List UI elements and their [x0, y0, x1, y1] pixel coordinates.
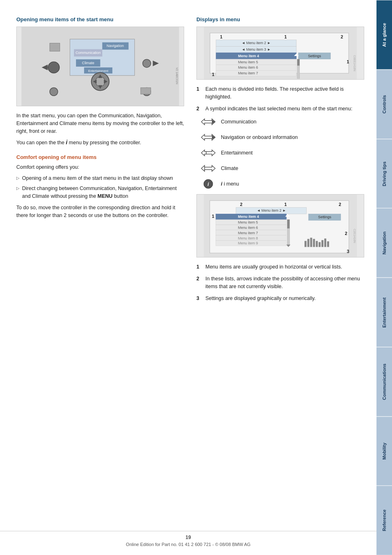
- sidebar: At a glance Controls Driving tips Naviga…: [376, 0, 392, 555]
- sidebar-tab-controls[interactable]: Controls: [376, 69, 392, 139]
- svg-point-17: [143, 59, 151, 67]
- climate-icon: [200, 163, 216, 174]
- sidebar-tab-reference[interactable]: Reference: [376, 486, 392, 555]
- sidebar-tab-at-a-glance[interactable]: At a glance: [376, 0, 392, 69]
- body-text-2: You can open the the i menu by pressing …: [16, 138, 184, 147]
- svg-text:V2 1ABC01N: V2 1ABC01N: [176, 67, 178, 84]
- right-column: Displays in menu 1 1 2 ◄ Menu item 2 ►: [196, 16, 364, 306]
- svg-text:Menu item 6: Menu item 6: [238, 226, 258, 230]
- svg-marker-54: [201, 150, 215, 156]
- symbol-item-communication: Communication: [200, 116, 364, 127]
- symbol-item-climate: Climate: [200, 163, 364, 174]
- svg-text:Menu item 8: Menu item 8: [238, 236, 258, 240]
- svg-text:C0EE1H16N: C0EE1H16N: [353, 55, 356, 71]
- svg-text:1: 1: [212, 214, 214, 219]
- symbol-item-entertainment: Entertainment: [200, 148, 364, 158]
- menu-display-diagram-1: 1 1 2 ◄ Menu item 2 ► ◄ Menu item 3 ► Me…: [196, 27, 364, 80]
- svg-text:2: 2: [339, 202, 341, 207]
- svg-text:Menu item 5: Menu item 5: [238, 220, 258, 224]
- communication-icon: [200, 116, 216, 127]
- svg-rect-87: [310, 238, 312, 247]
- two-column-layout: Opening menu items of the start menu Com…: [16, 16, 364, 306]
- symbol-item-imenu: i i i menu: [200, 179, 364, 189]
- svg-text:1: 1: [284, 202, 287, 207]
- svg-text:1: 1: [220, 34, 223, 39]
- body-text-3: To do so, move the controller in the cor…: [16, 204, 184, 219]
- bullet-list: ▷ Opening of a menu item of the start me…: [16, 175, 184, 200]
- numbered-item-5: 3 Settings are displayed graphically or …: [196, 295, 364, 302]
- comfort-intro: Comfort opening offers you:: [16, 163, 184, 171]
- bullet-item-2: ▷ Direct changing between Communication,…: [16, 185, 184, 200]
- svg-text:2: 2: [345, 231, 347, 236]
- svg-text:2: 2: [341, 34, 343, 39]
- body-text-1: In the start menu, you can open the Comm…: [16, 112, 184, 135]
- navigation-icon: [200, 132, 216, 143]
- svg-text:Menu item 6: Menu item 6: [238, 65, 258, 69]
- svg-text:Menu item 7: Menu item 7: [238, 71, 258, 75]
- svg-text:Communication: Communication: [76, 51, 101, 55]
- page-number: 19: [0, 535, 376, 540]
- symbol-list: Communication Navigation or onboard info…: [200, 116, 364, 189]
- main-content: Opening menu items of the start menu Com…: [0, 0, 376, 555]
- displays-in-menu-heading: Displays in menu: [196, 16, 364, 22]
- svg-text:◄ Menu item 2 ►: ◄ Menu item 2 ►: [242, 41, 271, 45]
- bullet-item-1: ▷ Opening of a menu item of the start me…: [16, 175, 184, 182]
- start-menu-svg: Communication Navigation Climate Enterta…: [17, 27, 184, 106]
- numbered-item-3: 1 Menu items are usually grouped in hori…: [196, 263, 364, 271]
- svg-rect-90: [318, 242, 321, 247]
- left-column: Opening menu items of the start menu Com…: [16, 16, 184, 306]
- svg-text:◄ Menu item 3 ►: ◄ Menu item 3 ►: [242, 47, 271, 51]
- numbered-item-2: 2 A symbol indicates the last selected m…: [196, 105, 364, 113]
- section2-heading: Comfort opening of menu items: [16, 154, 184, 160]
- svg-rect-92: [324, 239, 326, 247]
- svg-rect-46: [297, 59, 300, 66]
- bullet-arrow-1: ▷: [16, 175, 20, 181]
- svg-rect-81: [287, 219, 290, 228]
- svg-text:◄ Menu item 2 ►: ◄ Menu item 2 ►: [257, 209, 286, 213]
- svg-rect-85: [305, 241, 307, 247]
- svg-point-11: [96, 77, 105, 87]
- menu-display-svg-2: 2 1 2 ◄ Menu item 2 ► Settings Menu item…: [197, 195, 364, 257]
- svg-text:Settings: Settings: [318, 215, 332, 219]
- svg-rect-22: [50, 43, 60, 51]
- menu-display-svg-1: 1 1 2 ◄ Menu item 2 ► ◄ Menu item 3 ► Me…: [197, 27, 364, 79]
- svg-text:Menu item 9: Menu item 9: [238, 242, 258, 246]
- sidebar-tab-entertainment[interactable]: Entertainment: [376, 278, 392, 347]
- svg-rect-88: [313, 239, 315, 247]
- bullet-arrow-2: ▷: [16, 185, 20, 191]
- sidebar-tab-mobility[interactable]: Mobility: [376, 416, 392, 486]
- svg-text:1: 1: [212, 72, 214, 77]
- svg-rect-91: [321, 240, 323, 247]
- svg-text:C2E1H16N: C2E1H16N: [353, 229, 356, 243]
- svg-text:1: 1: [284, 34, 287, 39]
- copyright-text: Online Edition for Part no. 01 41 2 600 …: [126, 542, 250, 547]
- numbered-item-4: 2 In these lists, arrows indicate the po…: [196, 275, 364, 291]
- symbol-item-navigation: Navigation or onboard information: [200, 132, 364, 143]
- svg-text:Entertainment: Entertainment: [88, 69, 109, 73]
- svg-rect-93: [327, 242, 329, 247]
- svg-text:1: 1: [347, 59, 349, 64]
- svg-text:Climate: Climate: [82, 61, 94, 65]
- start-menu-diagram: Communication Navigation Climate Enterta…: [16, 27, 184, 106]
- footer: 19 Online Edition for Part no. 01 41 2 6…: [0, 531, 376, 547]
- menu-display-diagram-2: 2 1 2 ◄ Menu item 2 ► Settings Menu item…: [196, 194, 364, 257]
- imenu-icon: i: [200, 179, 216, 189]
- svg-text:Menu item 5: Menu item 5: [238, 60, 258, 64]
- svg-point-16: [48, 62, 60, 73]
- svg-rect-89: [316, 241, 318, 247]
- sidebar-tab-communications[interactable]: Communications: [376, 347, 392, 416]
- sidebar-tab-driving-tips[interactable]: Driving tips: [376, 139, 392, 208]
- section1-heading: Opening menu items of the start menu: [16, 16, 184, 22]
- entertainment-icon: [200, 148, 216, 158]
- svg-rect-86: [307, 239, 310, 247]
- svg-text:3: 3: [347, 249, 349, 254]
- svg-text:Menu item 4: Menu item 4: [238, 54, 259, 58]
- svg-text:Navigation: Navigation: [107, 44, 124, 48]
- sidebar-tab-navigation[interactable]: Navigation: [376, 208, 392, 278]
- svg-text:Menu item 7: Menu item 7: [238, 231, 258, 235]
- svg-marker-55: [201, 166, 215, 171]
- svg-text:2: 2: [240, 202, 243, 207]
- svg-point-18: [50, 87, 58, 96]
- numbered-item-1: 1 Each menu is divided into fields. The …: [196, 85, 364, 101]
- svg-text:Menu item 4: Menu item 4: [238, 215, 259, 219]
